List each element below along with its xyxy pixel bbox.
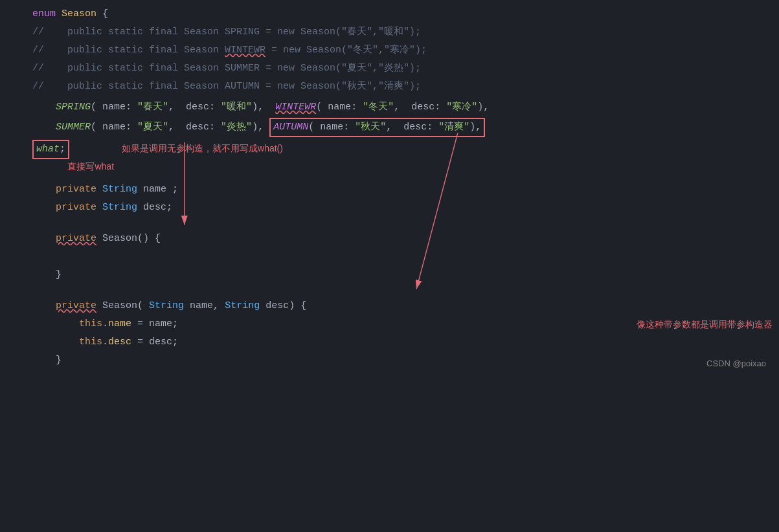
code-ctor-body: [32, 249, 766, 265]
comment-autumn: // public static final Season AUTUMN = n…: [32, 79, 766, 94]
what-box: what;: [32, 140, 69, 159]
line-comment-summer: // public static final Season SUMMER = n…: [13, 61, 766, 79]
line-this-desc: this.desc = desc;: [13, 335, 766, 353]
spring-enum: SPRING: [56, 102, 91, 113]
code-ctor2-close: }: [32, 353, 766, 368]
type-string-4: String: [225, 300, 260, 311]
wintewr-enum: WINTEWR: [275, 102, 316, 113]
spacer-1: [13, 175, 766, 182]
code-name-field: private String name ;: [32, 182, 766, 197]
watermark: CSDN @poixao: [706, 357, 766, 371]
code-desc-field: private String desc;: [32, 200, 766, 216]
annotation-2: 像这种带参数都是调用带参构造器: [637, 317, 773, 333]
class-season: Season: [62, 8, 96, 19]
line-enum-2: SUMMER( name: "夏天", desc: "炎热"), AUTUMN(…: [13, 118, 766, 137]
code-ctor-close: }: [32, 267, 766, 283]
code-this-desc: this.desc = desc;: [32, 335, 766, 350]
autumn-box: AUTUMN( name: "秋天", desc: "清爽"),: [269, 118, 485, 137]
kw-this-2: this: [79, 337, 102, 348]
code-block: enum Season { // public static final Sea…: [0, 0, 779, 377]
line-ctor-body: [13, 249, 766, 267]
line-1: enum Season {: [13, 6, 766, 25]
kw-private-2: private: [56, 202, 96, 213]
comment-spring: // public static final Season SPRING = n…: [32, 25, 766, 40]
type-string-3: String: [149, 300, 184, 311]
line-ctor2-close: }: [13, 353, 766, 371]
kw-private-ctor1: private: [56, 233, 96, 244]
code-enum-1: SPRING( name: "春天", desc: "暖和"), WINTEWR…: [32, 100, 766, 115]
spacer-4: [13, 285, 766, 292]
kw-private-1: private: [56, 184, 96, 195]
kw-private-ctor2: private: [56, 300, 96, 311]
summer-enum: SUMMER: [56, 122, 91, 133]
annotation-2-text: 像这种带参数都是调用带参构造器: [637, 319, 773, 329]
line-ctor-close: }: [13, 267, 766, 285]
code-1: enum Season {: [32, 6, 766, 22]
type-string-2: String: [102, 202, 137, 213]
code-enum-2: SUMMER( name: "夏天", desc: "炎热"), AUTUMN(…: [32, 118, 766, 137]
line-enum-1: SPRING( name: "春天", desc: "暖和"), WINTEWR…: [13, 100, 766, 118]
comment-wintewr: // public static final Season WINTEWR = …: [32, 43, 766, 58]
kw-enum: enum: [32, 8, 56, 19]
autumn-enum: AUTUMN: [273, 122, 308, 133]
line-constructor-1: private Season() {: [13, 231, 766, 249]
line-what: what; 如果是调用无参构造，就不用写成what() 直接写what: [13, 140, 766, 175]
kw-this-1: this: [79, 318, 102, 329]
line-name-field: private String name ;: [13, 182, 766, 200]
type-string-1: String: [102, 184, 137, 195]
line-comment-wintewr: // public static final Season WINTEWR = …: [13, 43, 766, 61]
spacer-3: [13, 225, 766, 231]
annotation-1: 如果是调用无参构造，就不用写成what() 直接写what: [32, 143, 283, 172]
spacer-5: [13, 292, 766, 298]
line-comment-spring: // public static final Season SPRING = n…: [13, 25, 766, 43]
line-comment-autumn: // public static final Season AUTUMN = n…: [13, 79, 766, 97]
code-constructor-1: private Season() {: [32, 231, 766, 247]
line-desc-field: private String desc;: [13, 200, 766, 218]
what-keyword: what: [36, 144, 60, 155]
code-constructor-2: private Season( String name, String desc…: [32, 298, 766, 314]
comment-summer: // public static final Season SUMMER = n…: [32, 61, 766, 76]
spacer-2: [13, 218, 766, 225]
code-what: what; 如果是调用无参构造，就不用写成what() 直接写what: [32, 140, 766, 175]
line-constructor-2: private Season( String name, String desc…: [13, 298, 766, 316]
